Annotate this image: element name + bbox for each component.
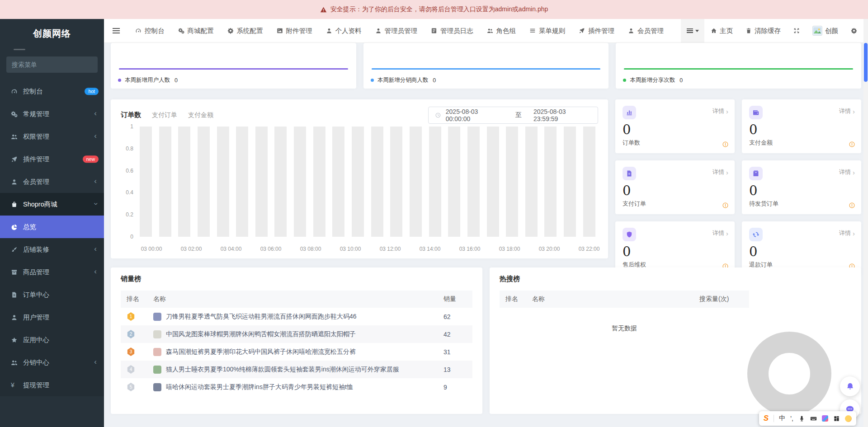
info-warning-icon[interactable] xyxy=(722,202,729,209)
product-name[interactable]: 森马国潮短裤男夏季潮印花大码中国风裤子休闲嘻哈潮流宽松五分裤 xyxy=(166,348,356,356)
sidebar-toggle-button[interactable] xyxy=(104,19,128,42)
stat-card-to-ship: 详情 0 待发货订单 xyxy=(742,160,861,214)
user-menu[interactable]: 创颜 xyxy=(806,19,844,42)
notification-fab[interactable] xyxy=(840,376,860,396)
sidebar-search-input[interactable] xyxy=(12,61,94,68)
sidebar-item-shopro[interactable]: Shopro商城 xyxy=(0,193,104,216)
ime-punct-button[interactable]: ’, xyxy=(790,415,793,422)
emoji-icon[interactable] xyxy=(845,415,852,422)
sales-count: 42 xyxy=(443,331,472,338)
column-header-name: 名称 xyxy=(153,295,443,303)
document-icon xyxy=(11,291,18,298)
fullscreen-button[interactable] xyxy=(787,19,806,42)
product-name[interactable]: 猫人男士睡衣男夏季100%纯棉薄款圆领套头短袖套装男ins潮休闲运动可外穿家居服 xyxy=(166,366,399,374)
microphone-icon[interactable] xyxy=(798,415,805,422)
date-start-input[interactable]: 2025-08-03 00:00:00 xyxy=(446,108,504,122)
info-warning-icon[interactable] xyxy=(849,202,855,209)
sidebar-item-decorate[interactable]: 店铺装修 xyxy=(0,238,104,261)
order-y-axis: 10.80.60.40.20 xyxy=(121,123,133,240)
stat-cards-grid: 详情 0 订单数 详情 0 支付金额 详情 xyxy=(615,99,861,258)
tab-mall-config[interactable]: 商城配置 xyxy=(171,19,221,42)
new-badge: new xyxy=(83,155,99,163)
clear-cache-button[interactable]: 清除缓存 xyxy=(739,19,787,42)
detail-link[interactable]: 详情 xyxy=(839,107,855,115)
tab-admin-log[interactable]: 管理员日志 xyxy=(424,19,480,42)
sidebar-item-app[interactable]: 应用中心 xyxy=(0,328,104,351)
user-icon xyxy=(375,28,382,34)
tab-member-manage[interactable]: 会员管理 xyxy=(621,19,670,42)
sidebar-menu: 控制台 hot 常规管理 权限管理 插件管理 new 会员管理 xyxy=(0,80,104,396)
product-name[interactable]: 中国风龙图案棒球帽男潮牌休闲鸭舌帽女潮流百搭防晒遮阳太阳帽子 xyxy=(166,330,356,338)
sidebar-item-auth[interactable]: 权限管理 xyxy=(0,125,104,148)
placeholder-bar xyxy=(294,127,306,237)
tab-admin-manage[interactable]: 管理员管理 xyxy=(368,19,425,42)
tab-addon-manage[interactable]: 插件管理 xyxy=(572,19,621,42)
sidebar-item-dashboard[interactable]: 控制台 hot xyxy=(0,80,104,103)
tab-order-count[interactable]: 订单数 xyxy=(121,111,141,119)
brand-logo[interactable]: 创颜网络 xyxy=(0,19,104,48)
sogou-logo[interactable]: S xyxy=(764,414,769,423)
chevron-left-icon xyxy=(94,357,97,366)
info-warning-icon[interactable] xyxy=(849,141,855,148)
table-row[interactable]: 2 中国风龙图案棒球帽男潮牌休闲鸭舌帽女潮流百搭防晒遮阳太阳帽子 42 xyxy=(121,325,472,343)
sidebar-item-label: 权限管理 xyxy=(23,132,49,141)
sidebar-item-overview[interactable]: 总览 xyxy=(0,216,104,238)
trend-line xyxy=(624,68,853,70)
empty-state-text: 暂无数据 xyxy=(500,308,749,349)
refund-icon xyxy=(749,228,763,241)
sidebar-item-order[interactable]: 订单中心 xyxy=(0,283,104,306)
product-name[interactable]: 嘻哈休闲运动套装男士夏季潮牌ins胖子大码青少年男装短裤短袖t恤 xyxy=(166,383,353,391)
page-scrollbar[interactable] xyxy=(863,19,868,427)
tab-paid-amount[interactable]: 支付金额 xyxy=(188,111,213,119)
date-end-input[interactable]: 2025-08-03 23:59:59 xyxy=(533,108,591,122)
detail-link[interactable]: 详情 xyxy=(712,107,728,115)
placeholder-bar xyxy=(236,127,248,237)
stat-label: 支付金额 xyxy=(749,139,854,147)
detail-link[interactable]: 详情 xyxy=(839,168,855,176)
stat-label: 订单数 xyxy=(623,139,727,147)
placeholder-bar xyxy=(448,127,460,237)
tab-role-group[interactable]: 角色组 xyxy=(480,19,523,42)
stat-label: 待发货订单 xyxy=(749,200,854,208)
ime-mode-button[interactable]: 中 xyxy=(779,414,785,422)
sidebar-item-member[interactable]: 会员管理 xyxy=(0,170,104,193)
tab-dashboard[interactable]: 控制台 xyxy=(128,19,171,42)
sidebar-search[interactable] xyxy=(6,56,98,73)
detail-link[interactable]: 详情 xyxy=(712,168,728,176)
table-row[interactable]: 1 刀锋男鞋夏季透气防臭飞织运动鞋男潮流百搭休闲网面跑步鞋大码46 62 xyxy=(121,308,472,325)
product-name[interactable]: 刀锋男鞋夏季透气防臭飞织运动鞋男潮流百搭休闲网面跑步鞋大码46 xyxy=(166,313,357,321)
sidebar-item-user[interactable]: 用户管理 xyxy=(0,306,104,328)
info-warning-icon[interactable] xyxy=(722,141,729,148)
tabs-dropdown-button[interactable] xyxy=(681,19,704,42)
grid-icon[interactable] xyxy=(833,415,840,422)
placeholder-bar xyxy=(274,127,287,237)
sales-count: 13 xyxy=(443,366,472,373)
tab-attachment[interactable]: 附件管理 xyxy=(270,19,319,42)
table-row[interactable]: 3 森马国潮短裤男夏季潮印花大码中国风裤子休闲嘻哈潮流宽松五分裤 31 xyxy=(121,343,472,361)
tab-menu-rule[interactable]: 菜单规则 xyxy=(523,19,572,42)
tab-system-config[interactable]: 系统配置 xyxy=(221,19,270,42)
skin-icon[interactable] xyxy=(822,415,828,422)
scrollbar-thumb[interactable] xyxy=(864,43,868,82)
keyboard-icon[interactable] xyxy=(810,415,817,422)
chevron-left-icon xyxy=(94,177,97,186)
table-row[interactable]: 5 嘻哈休闲运动套装男士夏季潮牌ins胖子大码青少年男装短裤短袖t恤 9 xyxy=(121,378,472,396)
sidebar-item-goods[interactable]: 商品管理 xyxy=(0,261,104,283)
column-header-rank: 排名 xyxy=(121,295,153,303)
divider xyxy=(774,415,774,422)
detail-link[interactable]: 详情 xyxy=(712,229,728,237)
sidebar-item-addon[interactable]: 插件管理 new xyxy=(0,148,104,170)
legend-value: 0 xyxy=(433,77,436,84)
date-range-picker[interactable]: 2025-08-03 00:00:00 至 2025-08-03 23:59:5… xyxy=(428,107,598,124)
tab-paid-orders[interactable]: 支付订单 xyxy=(152,111,177,119)
sidebar-item-general[interactable]: 常规管理 xyxy=(0,103,104,125)
table-row[interactable]: 4 猫人男士睡衣男夏季100%纯棉薄款圆领套头短袖套装男ins潮休闲运动可外穿家… xyxy=(121,361,472,378)
tab-profile[interactable]: 个人资料 xyxy=(319,19,368,42)
sidebar-item-withdraw[interactable]: 提现管理 xyxy=(0,374,104,396)
detail-link[interactable]: 详情 xyxy=(839,229,855,237)
sidebar-item-commission[interactable]: 分销中心 xyxy=(0,351,104,374)
home-link[interactable]: 主页 xyxy=(704,19,739,42)
sidebar-item-label: 总览 xyxy=(23,223,36,231)
sales-rank-body: 1 刀锋男鞋夏季透气防臭飞织运动鞋男潮流百搭休闲网面跑步鞋大码46 62 2 中… xyxy=(121,308,472,396)
box-icon xyxy=(11,269,18,276)
